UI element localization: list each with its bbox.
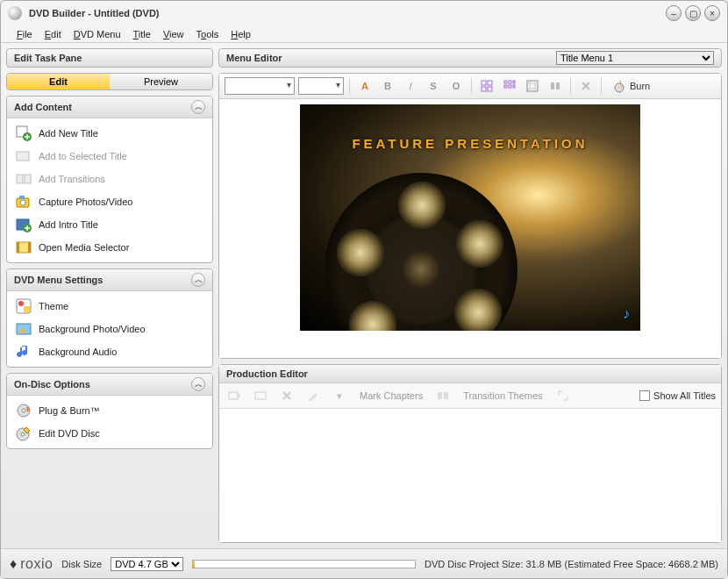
disk-size-select[interactable]: DVD 4.7 GB [111, 557, 183, 571]
minimize-button[interactable]: – [666, 5, 682, 21]
background-photo-icon [16, 321, 32, 337]
title-menu-select[interactable]: Title Menu 1 [556, 51, 714, 65]
tab-edit[interactable]: Edit [7, 74, 110, 89]
shadow-button[interactable]: S [424, 77, 443, 95]
svg-rect-38 [438, 392, 442, 399]
maximize-button[interactable]: ▢ [685, 5, 701, 21]
font-family-combo[interactable] [225, 77, 295, 95]
menu-view[interactable]: View [158, 27, 189, 41]
close-button[interactable]: × [704, 5, 720, 21]
svg-rect-34 [556, 82, 560, 89]
item-background-photo[interactable]: Background Photo/Video [7, 318, 212, 340]
title-menu-dropdown[interactable]: Title Menu 1 [556, 51, 714, 65]
item-open-media-selector[interactable]: Open Media Selector [7, 236, 212, 259]
svg-rect-29 [504, 85, 507, 88]
item-edit-dvd-disc[interactable]: Edit DVD Disc [7, 422, 212, 445]
play-indicator-icon: ♪ [623, 306, 630, 322]
font-size-combo[interactable] [298, 77, 344, 95]
expand-icon[interactable] [553, 387, 573, 404]
collapse-icon[interactable]: ︿ [191, 273, 205, 287]
menu-preview[interactable]: FEATURE PRESENTATION ♪ [300, 104, 640, 331]
menu-file[interactable]: File [11, 27, 38, 41]
disk-usage-fill [193, 561, 195, 568]
delete-clip-icon[interactable] [277, 387, 296, 404]
item-capture[interactable]: Capture Photos/Video [7, 190, 212, 213]
bold-button[interactable]: B [378, 77, 397, 95]
chapter-dropdown-icon[interactable]: ▾ [330, 387, 349, 404]
production-toolbar: ▾ Mark Chapters Transition Themes Show A… [219, 383, 721, 409]
grid-small-icon[interactable] [477, 77, 496, 95]
window-controls: – ▢ × [666, 5, 720, 21]
svg-rect-12 [28, 242, 31, 253]
menu-tools[interactable]: Tools [191, 27, 225, 41]
svg-rect-7 [19, 196, 25, 199]
svg-rect-27 [509, 81, 511, 83]
project-size-text: DVD Disc Project Size: 31.8 MB (Estimate… [425, 559, 718, 569]
safe-area-icon[interactable] [523, 77, 542, 95]
collapse-icon[interactable]: ︿ [191, 100, 205, 114]
plug-burn-icon [16, 403, 32, 418]
svg-rect-32 [527, 81, 538, 91]
svg-rect-22 [482, 81, 486, 85]
collapse-icon[interactable]: ︿ [191, 377, 205, 391]
effect-icon[interactable] [251, 387, 270, 404]
item-add-intro-title[interactable]: Add Intro Title [7, 213, 212, 236]
show-all-titles-checkbox[interactable]: Show All Titles [639, 390, 716, 401]
menu-editor-header: Menu Editor Title Menu 1 [218, 48, 722, 68]
item-add-new-title[interactable]: Add New Title [7, 122, 212, 145]
item-add-to-selected-title: Add to Selected Title [7, 145, 212, 168]
section-head-dvd-menu[interactable]: DVD Menu Settings ︿ [7, 269, 212, 291]
film-reel-graphic [325, 173, 517, 331]
section-on-disc: On-Disc Options ︿ Plug & Burn™ Edit DVD … [6, 373, 213, 449]
menu-edit[interactable]: Edit [39, 27, 67, 41]
camera-icon [16, 194, 32, 210]
task-pane-header: Edit Task Pane [6, 48, 213, 68]
svg-rect-4 [25, 175, 31, 183]
transition-themes-label[interactable]: Transition Themes [460, 390, 546, 401]
outline-button[interactable]: O [446, 77, 466, 95]
menu-dvdmenu[interactable]: DVD Menu [68, 27, 126, 41]
tab-preview[interactable]: Preview [110, 74, 212, 89]
section-head-on-disc[interactable]: On-Disc Options ︿ [7, 374, 212, 396]
menu-title[interactable]: Title [128, 27, 156, 41]
disk-usage-bar [192, 560, 416, 568]
item-background-audio[interactable]: Background Audio [7, 340, 212, 363]
status-bar: ♦ roxio Disk Size DVD 4.7 GB DVD Disc Pr… [1, 548, 727, 578]
item-label: Capture Photos/Video [39, 197, 132, 207]
section-head-add-content[interactable]: Add Content ︿ [7, 96, 212, 118]
item-theme[interactable]: Theme [7, 295, 212, 318]
section-title: Add Content [14, 102, 72, 112]
transition-theme-icon[interactable] [433, 387, 453, 404]
item-label: Open Media Selector [39, 242, 129, 253]
svg-rect-31 [513, 85, 515, 88]
wizard-icon[interactable] [303, 387, 323, 404]
production-timeline[interactable] [219, 409, 721, 542]
flame-icon: ♦ [10, 556, 17, 572]
separator [471, 78, 472, 94]
checkbox-icon[interactable] [639, 390, 650, 401]
item-plug-and-burn[interactable]: Plug & Burn™ [7, 399, 212, 422]
window-title: DVD Builder - Untitled (DVD) [29, 8, 160, 18]
font-color-button[interactable]: A [355, 77, 375, 95]
italic-button[interactable]: I [401, 77, 420, 95]
svg-rect-30 [509, 85, 511, 88]
svg-rect-2 [17, 152, 29, 161]
menu-help[interactable]: Help [225, 27, 256, 41]
add-clip-icon[interactable] [225, 387, 244, 404]
item-label: Add Intro Title [39, 219, 98, 230]
align-icon[interactable] [546, 77, 565, 95]
delete-icon[interactable] [576, 77, 596, 95]
svg-point-6 [20, 200, 25, 205]
svg-rect-39 [444, 392, 448, 399]
menu-editor-title: Menu Editor [226, 53, 282, 63]
grid-large-icon[interactable] [500, 77, 519, 95]
section-title: DVD Menu Settings [14, 275, 103, 285]
preview-area: FEATURE PRESENTATION ♪ [219, 99, 721, 358]
task-pane: Edit Task Pane Edit Preview Add Content … [6, 48, 213, 543]
disk-size-label: Disk Size [61, 559, 102, 569]
mark-chapters-label[interactable]: Mark Chapters [356, 390, 426, 401]
main-body: Edit Task Pane Edit Preview Add Content … [1, 43, 727, 548]
separator [570, 78, 571, 94]
menu-editor: A B I S O Burn [218, 73, 722, 359]
burn-button[interactable]: Burn [607, 77, 655, 95]
